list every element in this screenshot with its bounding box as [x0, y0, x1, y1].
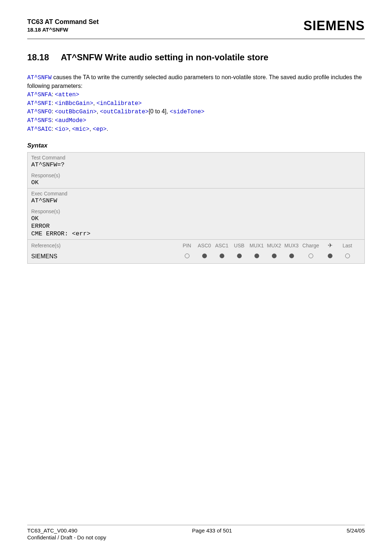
- snfs-cmd-link[interactable]: AT^SNFS: [27, 117, 52, 124]
- col-pin: PIN: [178, 243, 196, 248]
- col-mux1: MUX1: [248, 243, 265, 248]
- doc-subtitle: 18.18 AT^SNFW: [27, 27, 99, 33]
- footer-row: TC63_ATC_V00.490 Page 433 of 501 5/24/05: [27, 527, 365, 534]
- col-mux2: MUX2: [265, 243, 283, 248]
- test-response-ok: OK: [31, 179, 361, 186]
- circle-filled-icon: [289, 254, 294, 258]
- reference-header-row: Reference(s) PIN ASC0 ASC1 USB MUX1 MUX2…: [28, 240, 364, 251]
- snfo-sidetone-link[interactable]: <sideTone>: [170, 109, 204, 115]
- intro-paragraph: AT^SNFW causes the TA to write the curre…: [27, 73, 365, 90]
- circle-filled-icon: [272, 254, 277, 258]
- col-usb: USB: [230, 243, 248, 248]
- mux3-dot: [283, 253, 300, 260]
- header-left: TC63 AT Command Set 18.18 AT^SNFW: [27, 18, 99, 33]
- snfa-cmd-link[interactable]: AT^SNFA: [27, 92, 52, 98]
- exec-response-section: Response(s) OK ERROR CME ERROR: <err>: [28, 206, 364, 239]
- test-command-code: AT^SNFW=?: [31, 161, 361, 168]
- reference-columns: PIN ASC0 ASC1 USB MUX1 MUX2 MUX3 Charge …: [178, 242, 356, 249]
- saic-ep-link[interactable]: <ep>: [93, 126, 106, 133]
- col-arrow-icon: ✈: [321, 242, 339, 249]
- snfi-incalibrate-link[interactable]: <inCalibrate>: [97, 100, 142, 107]
- asc0-dot: [196, 253, 213, 260]
- param-line-snfo: AT^SNFO: <outBbcGain>, <outCalibrate>[0 …: [27, 108, 365, 116]
- mux1-dot: [248, 253, 265, 260]
- circle-filled-icon: [328, 254, 332, 258]
- circle-filled-icon: [237, 254, 242, 258]
- exec-response-error: ERROR: [31, 223, 361, 230]
- circle-open-icon: [309, 254, 313, 258]
- saic-sep2: ,: [89, 126, 93, 132]
- exec-response-label: Response(s): [31, 208, 361, 214]
- asc1-dot: [213, 253, 230, 260]
- circle-open-icon: [185, 254, 189, 258]
- footer-divider: [27, 525, 365, 525]
- page-footer: TC63_ATC_V00.490 Page 433 of 501 5/24/05…: [27, 525, 365, 540]
- saic-io-link[interactable]: <io>: [55, 126, 69, 133]
- footer-version: TC63_ATC_V00.490: [27, 527, 77, 534]
- saic-colon: :: [52, 126, 55, 132]
- circle-filled-icon: [254, 254, 259, 258]
- snfa-colon: :: [52, 91, 55, 97]
- section-heading: 18.18 AT^SNFW Write audio setting in non…: [27, 52, 365, 62]
- reference-label: Reference(s): [31, 243, 178, 248]
- syntax-table: Test Command AT^SNFW=? Response(s) OK Ex…: [27, 152, 365, 264]
- snfi-inbbcgain-link[interactable]: <inBbcGain>: [55, 100, 93, 107]
- pin-dot: [178, 253, 196, 260]
- snfs-audmode-link[interactable]: <audMode>: [55, 117, 86, 124]
- brand-logo: SIEMENS: [303, 18, 365, 33]
- snfo-cmd-link[interactable]: AT^SNFO: [27, 109, 52, 115]
- snfi-sep: ,: [93, 100, 97, 106]
- arrow-dot: [321, 253, 339, 260]
- intro-text: causes the TA to write the currently sel…: [27, 74, 362, 89]
- header-divider: [27, 39, 365, 39]
- mux2-dot: [265, 253, 283, 260]
- circle-filled-icon: [202, 254, 207, 258]
- footer-confidential: Confidential / Draft - Do not copy: [27, 534, 365, 540]
- col-asc0: ASC0: [196, 243, 213, 248]
- reference-value: SIEMENS: [31, 253, 178, 260]
- param-line-snfs: AT^SNFS: <audMode>: [27, 116, 365, 125]
- col-asc1: ASC1: [213, 243, 230, 248]
- reference-data-row: SIEMENS: [28, 251, 364, 263]
- snfs-colon: :: [52, 117, 55, 123]
- charge-dot: [300, 253, 321, 260]
- footer-date: 5/24/05: [347, 527, 365, 534]
- saic-end: .: [107, 126, 108, 132]
- section-number: 18.18: [27, 52, 49, 62]
- param-line-snfi: AT^SNFI: <inBbcGain>, <inCalibrate>: [27, 99, 365, 108]
- snfi-cmd-link[interactable]: AT^SNFI: [27, 100, 52, 107]
- snfo-range: [0 to 4],: [149, 108, 170, 114]
- parameter-list: AT^SNFA: <atten> AT^SNFI: <inBbcGain>, <…: [27, 90, 365, 133]
- snfo-outbbcgain-link[interactable]: <outBbcGain>: [55, 109, 97, 115]
- test-response-section: Response(s) OK: [28, 170, 364, 188]
- saic-cmd-link[interactable]: AT^SAIC: [27, 126, 52, 133]
- exec-command-section: Exec Command AT^SNFW: [28, 189, 364, 206]
- circle-filled-icon: [220, 254, 224, 258]
- doc-title: TC63 AT Command Set: [27, 18, 99, 26]
- syntax-heading: Syntax: [27, 142, 365, 149]
- snfo-sep1: ,: [97, 108, 100, 114]
- snfa-atten-link[interactable]: <atten>: [55, 92, 79, 98]
- param-line-snfa: AT^SNFA: <atten>: [27, 90, 365, 99]
- snfo-outcalibrate-link[interactable]: <outCalibrate>: [100, 109, 148, 115]
- circle-open-icon: [345, 254, 350, 258]
- col-last: Last: [339, 243, 356, 248]
- exec-command-code: AT^SNFW: [31, 197, 361, 204]
- test-response-label: Response(s): [31, 173, 361, 178]
- col-charge: Charge: [300, 243, 321, 248]
- test-command-section: Test Command AT^SNFW=?: [28, 153, 364, 170]
- exec-command-label: Exec Command: [31, 191, 361, 197]
- last-dot: [339, 253, 356, 260]
- exec-response-ok: OK: [31, 215, 361, 222]
- dot-row: [178, 253, 356, 260]
- footer-page: Page 433 of 501: [192, 527, 232, 534]
- test-command-label: Test Command: [31, 155, 361, 161]
- col-mux3: MUX3: [283, 243, 300, 248]
- section-title-text: AT^SNFW Write audio setting in non-volat…: [61, 52, 269, 62]
- intro-command-link[interactable]: AT^SNFW: [27, 74, 52, 81]
- param-line-saic: AT^SAIC: <io>, <mic>, <ep>.: [27, 125, 365, 134]
- saic-mic-link[interactable]: <mic>: [72, 126, 89, 133]
- snfo-colon: :: [52, 108, 55, 114]
- page-header: TC63 AT Command Set 18.18 AT^SNFW SIEMEN…: [27, 18, 365, 33]
- exec-response-cme: CME ERROR: <err>: [31, 230, 361, 237]
